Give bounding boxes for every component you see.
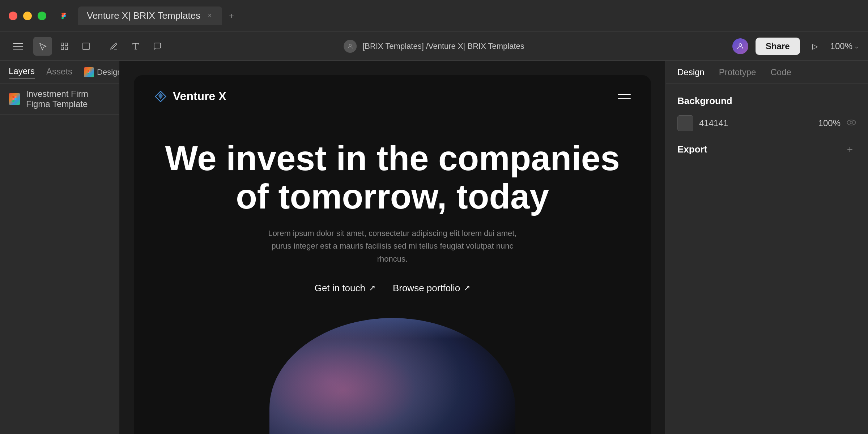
select-tool[interactable] [33,37,52,56]
menu-icon [13,46,23,47]
svg-point-6 [739,43,741,46]
get-in-touch-button[interactable]: Get in touch ↗ [315,283,375,296]
user-avatar-small [344,40,357,53]
design-mode-label: Design [97,68,122,77]
traffic-lights [9,12,46,20]
site-nav: Venture X [134,75,651,117]
nav-line [618,94,631,95]
site-logo: Venture X [154,90,226,103]
svg-rect-3 [65,47,68,50]
toolbar: [BRIX Templates] /Venture X| BRIX Templa… [0,32,868,61]
design-mode-icon [84,67,94,77]
color-opacity-value[interactable]: 100% [818,118,841,128]
title-bar: Venture X| BRIX Templates × + [0,0,868,32]
shape-tool[interactable] [77,37,95,56]
svg-point-8 [850,121,853,124]
visibility-toggle[interactable] [846,118,856,128]
nav-hamburger[interactable] [618,94,631,99]
layer-figma-icon [9,93,20,105]
right-panel-tabs: Design Prototype Code [666,61,868,84]
design-tab[interactable]: Design [677,67,705,77]
frame-tool[interactable] [55,37,74,56]
assets-tab[interactable]: Assets [46,66,72,78]
panel-divider [0,114,119,115]
panel-tabs: Layers Assets Design ⌄ [0,61,119,84]
arrow-icon: ↗ [464,283,470,293]
background-color-row: 414141 100% [677,115,856,131]
hero-buttons: Get in touch ↗ Browse portfolio ↗ [163,283,622,296]
hero-title: We invest in the companies of tomorrow, … [163,139,622,215]
design-frame: Venture X We invest in the companies of … [134,75,651,434]
planet-illustration [269,318,515,434]
code-tab[interactable]: Code [770,67,791,77]
background-section-title: Background [677,95,856,107]
pen-tool[interactable] [105,37,123,56]
menu-button[interactable] [9,37,27,56]
play-button[interactable]: ▷ [807,38,823,54]
layer-label: Investment Firm Figma Template [26,89,110,109]
layers-tab[interactable]: Layers [9,66,35,78]
export-row: Export + [677,143,856,156]
svg-rect-1 [65,43,68,46]
tab-title: Venture X| BRIX Templates [87,10,200,21]
active-tab[interactable]: Venture X| BRIX Templates × [78,7,222,25]
export-section-title: Export [677,144,707,155]
svg-point-7 [847,120,855,125]
venture-site: Venture X We invest in the companies of … [134,75,651,434]
new-tab-button[interactable]: + [225,9,238,22]
layer-item[interactable]: Investment Firm Figma Template [0,84,119,114]
svg-point-5 [349,44,351,46]
planet-container [134,311,651,434]
share-button[interactable]: Share [756,38,800,55]
tab-close-button[interactable]: × [206,12,213,20]
menu-icon [13,49,23,50]
svg-rect-4 [83,43,89,50]
user-avatar[interactable] [732,38,748,54]
maximize-button[interactable] [38,12,46,20]
breadcrumb-text: [BRIX Templates] /Venture X| BRIX Templa… [362,42,524,51]
close-button[interactable] [9,12,17,20]
right-panel: Design Prototype Code Background 414141 … [665,61,868,434]
site-logo-text: Venture X [173,90,226,103]
export-add-button[interactable]: + [843,143,856,156]
prototype-tab[interactable]: Prototype [719,67,756,77]
toolbar-right: Share ▷ 100% ⌄ [732,38,859,55]
hero-subtitle: Lorem ipsum dolor sit amet, consectetur … [266,227,519,265]
comment-tool[interactable] [148,37,167,56]
menu-icon [13,43,23,44]
color-swatch[interactable] [677,115,693,131]
breadcrumb: [BRIX Templates] /Venture X| BRIX Templa… [344,40,524,53]
tab-bar: Venture X| BRIX Templates × + [78,7,238,25]
text-tool[interactable] [126,37,145,56]
site-hero: We invest in the companies of tomorrow, … [134,117,651,311]
nav-line [618,98,631,99]
color-hex-value[interactable]: 414141 [699,118,813,128]
main-layout: Layers Assets Design ⌄ [0,61,868,434]
venture-x-logo-icon [154,90,167,103]
minimize-button[interactable] [23,12,32,20]
arrow-icon: ↗ [369,283,375,293]
right-panel-content: Background 414141 100% Export + [666,84,868,434]
left-panel: Layers Assets Design ⌄ [0,61,119,434]
figma-icon [58,10,69,22]
svg-rect-2 [61,47,64,50]
browse-portfolio-button[interactable]: Browse portfolio ↗ [393,283,470,296]
canvas-area[interactable]: Venture X We invest in the companies of … [119,61,665,434]
zoom-control[interactable]: 100% ⌄ [830,41,859,51]
svg-rect-0 [61,43,64,46]
